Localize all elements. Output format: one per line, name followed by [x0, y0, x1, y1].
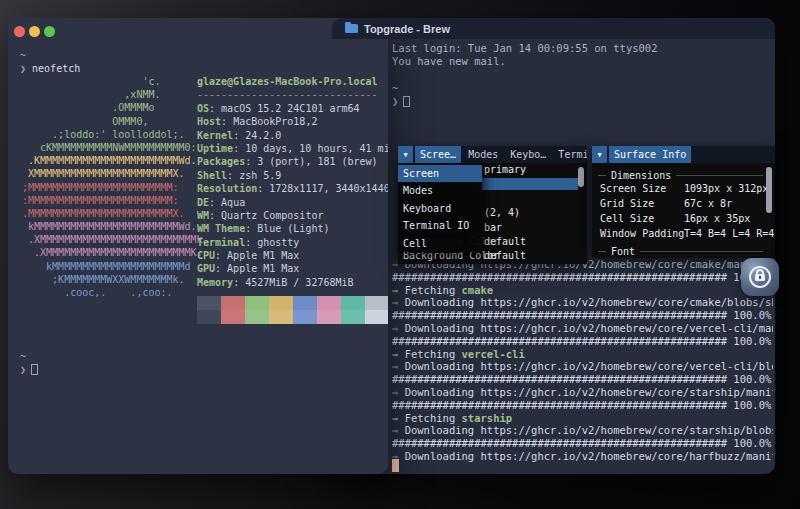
ascii-art-line: kMMMMMMMMMMMMMMMMMMMMMMd	[22, 260, 203, 273]
palette-swatch	[293, 310, 317, 324]
line-text: Downloading	[398, 296, 480, 308]
palette-row-normal	[197, 296, 388, 310]
section-dash	[676, 175, 763, 176]
inspector-dropdown-menu: ScreenModesKeyboardTerminal IOCell	[398, 165, 482, 252]
palette-swatch	[293, 296, 317, 310]
neofetch-info-row: Resolution: 1728x1117, 3440x1440	[197, 182, 388, 195]
scrollbar-thumb[interactable]	[578, 167, 584, 187]
minimize-button[interactable]	[29, 26, 40, 37]
cwd-indicator: ~	[20, 49, 26, 62]
neofetch-info: glaze@Glazes-MacBook-Pro.local----------…	[197, 75, 388, 289]
info-value: : Blue (Light)	[245, 223, 329, 234]
brew-output-line: ⇒ Downloading https://ghcr.io/v2/homebre…	[392, 360, 773, 373]
section-header: Dimensions	[592, 167, 775, 183]
info-label: Shell	[197, 170, 227, 181]
palette-swatch	[365, 296, 388, 310]
inspector-panel[interactable]: ▼ Scree…ModesKeybo…Termi…Cell primary(2,…	[398, 146, 587, 264]
row-label: Cell Size	[600, 213, 654, 224]
download-url: https://ghcr.io/v2/homebrew/core/vercel-…	[481, 322, 773, 334]
dropdown-item-keyboard[interactable]: Keyboard	[398, 200, 482, 217]
tab-keybo[interactable]: Keybo…	[505, 146, 551, 163]
palette-swatch	[245, 296, 269, 310]
palette-swatch	[245, 310, 269, 324]
command-text: neofetch	[32, 63, 80, 74]
neofetch-info-row: Host: MacBookPro18,2	[197, 115, 388, 128]
neofetch-separator: ------------------------------	[197, 88, 388, 101]
active-cursor	[392, 459, 399, 472]
ascii-art-line: ;MMMMMMMMMMMMMMMMMMMMMMMM:	[22, 181, 203, 194]
chevron-down-icon[interactable]: ▼	[592, 146, 607, 163]
brew-output-line: ########################################…	[392, 309, 773, 322]
neofetch-ascii-logo: 'c. ,xNMM. .OMMMMo OMMM0, .;loddo:' lool…	[22, 75, 203, 299]
package-name: cmake	[462, 284, 494, 296]
titlebar-topgrade[interactable]: Topgrade - Brew	[332, 18, 775, 39]
info-value: : 24.2.0	[233, 130, 281, 141]
dropdown-item-cell[interactable]: Cell	[398, 235, 482, 252]
ascii-art-line: cKMMMMMMMMMMNWMMMMMMMMMM0:	[22, 141, 203, 154]
scrollbar-thumb[interactable]	[766, 167, 772, 213]
palette-swatch	[269, 296, 293, 310]
section-title: Font	[611, 246, 635, 257]
tab-scree[interactable]: Scree…	[415, 146, 461, 163]
neofetch-info-row: DE: Aqua	[197, 196, 388, 209]
dropdown-item-terminal-io[interactable]: Terminal IO	[398, 217, 482, 234]
row-value: default	[484, 236, 526, 247]
inspector-tab-bar: ▼ Scree…ModesKeybo…Termi…Cell	[398, 146, 587, 163]
download-url: https://ghcr.io/v2/homebrew/core/starshi…	[481, 386, 773, 398]
prompt-symbol: ❯	[392, 95, 398, 107]
info-value: : 4527MiB / 32768MiB	[233, 277, 353, 288]
chevron-down-icon[interactable]: ▼	[398, 146, 413, 163]
row-value: default	[484, 250, 526, 261]
neofetch-info-row: CPU: Apple M1 Max	[197, 249, 388, 262]
line-text: Downloading	[398, 450, 480, 462]
info-label: WM Theme	[197, 223, 245, 234]
tab-surface-info[interactable]: Surface Info	[609, 146, 691, 163]
lock-keyhole	[759, 276, 761, 279]
terminal-window-neofetch[interactable]: ~ ❯ neofetch 'c. ,xNMM. .OMMMMo OMMM0, .…	[8, 18, 388, 474]
tab-modes[interactable]: Modes	[463, 146, 503, 163]
palette-swatch	[197, 310, 221, 324]
line-text: Downloading	[398, 386, 480, 398]
neofetch-info-row: Terminal: ghostty	[197, 236, 388, 249]
palette-swatch	[269, 310, 293, 324]
row-value: (2, 4)	[484, 207, 520, 218]
neofetch-info-row: WM: Quartz Compositor	[197, 209, 388, 222]
cwd-indicator-bottom: ~	[20, 350, 26, 363]
inactive-cursor	[31, 364, 38, 375]
palette-row-bright	[197, 310, 388, 324]
row-value: 1093px x 312px	[684, 183, 768, 194]
ascii-art-line: 'c.	[22, 75, 203, 88]
palette-swatch	[341, 310, 365, 324]
brew-output-line: ⇒ Downloading https://ghcr.io/v2/homebre…	[392, 450, 773, 463]
row-value: 16px x 35px	[684, 213, 750, 224]
surface-info-row: Grid Size67c x 8r	[592, 198, 775, 213]
ascii-art-line: .MMMMMMMMMMMMMMMMMMMMMMMMX.	[22, 207, 203, 220]
info-value: : Apple M1 Max	[215, 250, 299, 261]
brew-output-log: ⇒ Downloading https://ghcr.io/v2/homebre…	[392, 258, 773, 472]
palette-swatch	[317, 310, 341, 324]
ascii-art-line: .OMMMMo	[22, 101, 203, 114]
brew-output-line: ########################################…	[392, 335, 773, 348]
ascii-art-line: .KMMMMMMMMMMMMMMMMMMMMMMMWd.	[22, 154, 203, 167]
info-label: CPU	[197, 250, 215, 261]
zoom-button[interactable]	[44, 26, 55, 37]
section-dash	[640, 251, 763, 252]
info-value: : MacBookPro18,2	[221, 116, 317, 127]
inactive-cursor	[403, 96, 410, 107]
ascii-art-line: ,xNMM.	[22, 88, 203, 101]
login-line: Last login: Tue Jan 14 00:09:55 on ttys0…	[392, 42, 658, 54]
info-label: Packages	[197, 156, 245, 167]
ascii-art-line: .XMMMMMMMMMMMMMMMMMMMMMMMMK.	[22, 246, 203, 259]
info-label: WM	[197, 210, 209, 221]
command-line: ❯ neofetch	[20, 62, 80, 75]
dropdown-item-screen[interactable]: Screen	[398, 165, 482, 182]
line-text: Fetching	[398, 284, 461, 296]
close-button[interactable]	[14, 26, 25, 37]
tab-termi[interactable]: Termi…	[553, 146, 587, 163]
dropdown-item-modes[interactable]: Modes	[398, 182, 482, 199]
line-text: Downloading	[398, 424, 480, 436]
palette-swatch	[221, 310, 245, 324]
surface-info-panel[interactable]: ▼ Surface Info DimensionsScreen Size1093…	[592, 146, 775, 258]
neofetch-info-row: Uptime: 10 days, 10 hours, 41 min	[197, 142, 388, 155]
row-value: bar	[484, 222, 502, 233]
